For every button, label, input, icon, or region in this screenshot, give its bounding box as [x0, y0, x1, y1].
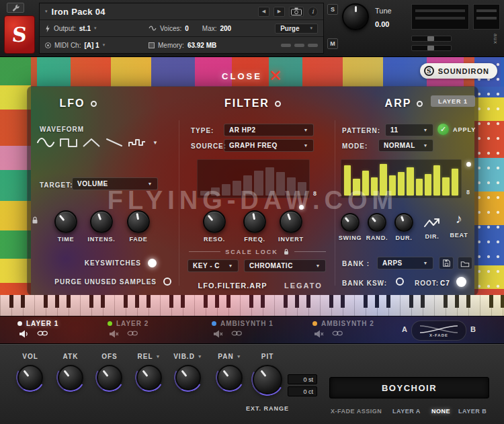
vol-knob[interactable] — [17, 365, 43, 390]
dropdown-caret-icon[interactable]: ▼ — [156, 354, 161, 359]
knob-pointer — [222, 370, 228, 377]
slider-handle[interactable] — [427, 46, 434, 50]
soundiron-badge-name: SOUNDIRON — [438, 67, 489, 75]
midi-channel-selector[interactable]: MIDI Ch: [A] 1 ▾ — [45, 42, 144, 49]
scale-key-dropdown[interactable]: KEY - C ▼ — [187, 259, 239, 272]
xfade-assign-none[interactable]: NONE — [431, 408, 450, 415]
layer-1-tab[interactable]: LAYER 1 — [17, 320, 58, 338]
knob-pointer — [371, 217, 376, 222]
ramp-wave-icon[interactable] — [106, 136, 123, 149]
speaker-on-icon[interactable] — [19, 330, 29, 338]
tune-knob[interactable] — [342, 3, 369, 30]
prev-instrument-button[interactable]: ◀ — [258, 7, 269, 17]
filter-type-dropdown[interactable]: AR HP2 ▼ — [224, 124, 314, 136]
width-slider[interactable] — [411, 45, 452, 51]
solo-button[interactable]: S — [327, 4, 338, 15]
piano-keyboard[interactable] — [0, 295, 504, 316]
pan-slider[interactable] — [411, 36, 452, 42]
arp-duration-knob[interactable] — [394, 213, 413, 232]
speaker-muted-icon[interactable] — [109, 330, 119, 338]
dropdown-caret-icon[interactable]: ▼ — [198, 354, 203, 359]
arp-random-knob[interactable] — [368, 213, 386, 232]
xfade-assign-layer-b[interactable]: LAYER B — [458, 408, 487, 415]
arp-power-led[interactable] — [417, 101, 423, 107]
lfo-target-dropdown[interactable]: VOLUME ▼ — [72, 177, 158, 190]
arp-beat-note-icon[interactable]: ♪ — [446, 212, 472, 229]
dropdown-caret-icon[interactable]: ▼ — [237, 354, 242, 359]
arp-direction-zigzag-icon[interactable] — [423, 216, 441, 230]
filter-power-led[interactable] — [275, 101, 281, 107]
filter-graph[interactable] — [197, 159, 310, 198]
keyswitches-toggle[interactable] — [148, 259, 157, 267]
lfo-intensity-knob[interactable] — [90, 210, 113, 233]
filter-invert-led[interactable] — [299, 205, 304, 210]
output-selector[interactable]: Output: st.1 ▾ — [45, 25, 144, 32]
bank-load-folder-icon[interactable] — [458, 257, 472, 269]
arp-swing-knob[interactable] — [341, 213, 360, 232]
pit-knob[interactable] — [253, 365, 282, 394]
soundiron-logo[interactable]: S — [4, 15, 35, 54]
lfo-lock-icon[interactable] — [31, 216, 39, 224]
lfo-time-knob[interactable] — [54, 210, 77, 233]
square-wave-icon[interactable] — [60, 136, 77, 149]
arp-pattern-dropdown[interactable]: 11 ▼ — [385, 124, 433, 136]
pan-knob[interactable] — [217, 365, 243, 390]
link-chain-icon[interactable] — [127, 330, 138, 337]
lfo-power-led[interactable] — [91, 101, 97, 107]
info-icon[interactable]: i — [308, 7, 318, 17]
arp-apply-button[interactable]: ✓ APPLY — [437, 124, 476, 135]
sine-wave-icon[interactable] — [37, 136, 54, 149]
bank-ksw-toggle[interactable] — [396, 278, 404, 286]
arp-bank-dropdown[interactable]: ARPS ▼ — [377, 257, 433, 269]
atk-knob[interactable] — [58, 365, 83, 390]
ambisynth-1-tab[interactable]: AMBISYNTH 1 — [212, 320, 274, 338]
speaker-muted-icon[interactable] — [213, 330, 223, 338]
purge-dropdown[interactable]: Purge ▾ — [275, 24, 318, 34]
slider-handle[interactable] — [427, 36, 434, 41]
snapshot-camera-icon[interactable] — [289, 7, 304, 17]
wrench-icon[interactable] — [7, 3, 24, 13]
filter-invert-knob[interactable] — [280, 210, 302, 233]
random-step-wave-icon[interactable] — [128, 136, 146, 149]
mute-button[interactable]: M — [327, 38, 338, 49]
close-button[interactable]: CLOSE ✕ — [222, 68, 282, 84]
instrument-menu-caret-icon[interactable]: ▾ — [45, 9, 48, 14]
xfade-assign-layer-a[interactable]: LAYER A — [392, 408, 421, 415]
filter-reso-knob[interactable] — [203, 210, 226, 233]
filter-range-value: 8 — [313, 190, 317, 197]
xfade-curve-control[interactable]: X-FADE — [411, 321, 466, 341]
legato-tab[interactable]: LEGATO — [284, 282, 323, 290]
link-chain-icon[interactable] — [231, 330, 243, 337]
layer-badge[interactable]: LAYER 1 — [431, 95, 475, 107]
waveform-caret-icon[interactable]: ▼ — [153, 140, 158, 146]
next-instrument-button[interactable]: ▶ — [274, 7, 285, 17]
lfo-filter-arp-tab[interactable]: LFO.FILTER.ARP — [189, 282, 276, 290]
layer-1-dot — [17, 321, 22, 326]
pitch-semitones-readout[interactable]: 0 st — [288, 374, 317, 384]
purge-unused-toggle[interactable] — [163, 278, 171, 286]
ofs-knob[interactable] — [97, 365, 122, 390]
filter-source-dropdown[interactable]: GRAPH FREQ ▼ — [224, 139, 314, 152]
knob-pointer — [97, 213, 101, 220]
lfo-fade-knob[interactable] — [127, 210, 150, 233]
pitch-cents-readout[interactable]: 0 ct — [288, 386, 317, 396]
root-note-led[interactable] — [456, 277, 466, 287]
arp-step-sequencer[interactable] — [341, 159, 462, 198]
scale-type-dropdown[interactable]: CHROMATIC ▼ — [244, 259, 326, 272]
rel-label: REL — [138, 353, 153, 360]
speaker-muted-icon[interactable] — [314, 330, 324, 338]
vibd-knob[interactable] — [175, 365, 201, 390]
arp-mode-dropdown[interactable]: NORMAL ▼ — [378, 139, 433, 152]
triangle-wave-icon[interactable] — [83, 136, 100, 149]
layer-2-tab[interactable]: LAYER 2 — [108, 320, 149, 338]
bank-save-icon[interactable] — [439, 257, 454, 269]
link-chain-icon[interactable] — [37, 330, 48, 337]
rel-knob[interactable] — [136, 365, 162, 390]
arp-graph-led[interactable] — [466, 162, 471, 167]
knob-pointer — [63, 370, 69, 377]
scale-lock-divider: SCALE LOCK — [189, 248, 326, 255]
link-chain-icon[interactable] — [332, 330, 343, 337]
filter-freq-knob[interactable] — [243, 210, 266, 233]
ambisynth-2-tab[interactable]: AMBISYNTH 2 — [312, 320, 374, 338]
scale-lock-icon[interactable] — [283, 248, 290, 255]
